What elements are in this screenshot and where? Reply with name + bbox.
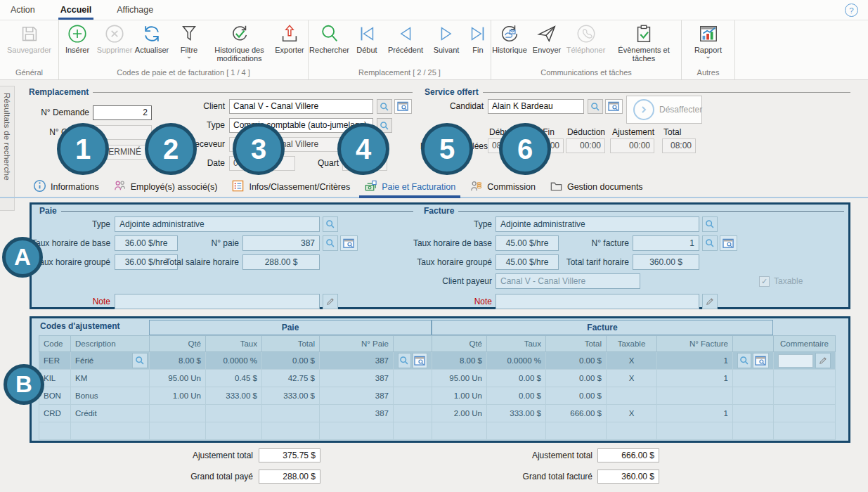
header-facture-qte[interactable]: Qté bbox=[432, 336, 487, 352]
cell-paie-qte: 1.00 Un bbox=[150, 387, 206, 405]
cell-taxable: X bbox=[607, 405, 657, 422]
actualiser-button[interactable]: Actualiser bbox=[134, 22, 170, 55]
menu-action[interactable]: Action bbox=[8, 0, 37, 20]
historique-label: Historique bbox=[492, 46, 527, 54]
suivant-button[interactable]: Suivant bbox=[428, 22, 465, 55]
header-description[interactable]: Description bbox=[71, 336, 150, 352]
header-paie-taux[interactable]: Taux bbox=[206, 336, 262, 352]
header-no-facture[interactable]: N° Facture bbox=[657, 336, 733, 352]
adjustment-row[interactable]: KILKM95.00 Un0.45 $42.75 $38795.00 Un0.0… bbox=[39, 370, 836, 387]
header-paie-qte[interactable]: Qté bbox=[150, 336, 206, 352]
header-commentaire[interactable]: Commentaire bbox=[774, 336, 836, 352]
window-preview-icon[interactable] bbox=[753, 353, 769, 368]
tab-commission[interactable]: Commission bbox=[465, 176, 540, 197]
no-facture-search-button[interactable] bbox=[702, 235, 718, 251]
taxable-checkbox[interactable]: Taxable bbox=[759, 273, 803, 289]
fin-button[interactable]: Fin bbox=[465, 22, 491, 55]
paie-type-search-button[interactable] bbox=[323, 216, 338, 232]
facture-note-field[interactable] bbox=[495, 294, 699, 309]
paie-type-field[interactable]: Adjointe administrative bbox=[115, 216, 320, 232]
tab-employes-associes[interactable]: Employé(s) associé(s) bbox=[108, 176, 223, 197]
ajustement-field[interactable]: 00:00 bbox=[610, 138, 654, 153]
search-icon[interactable] bbox=[737, 353, 751, 368]
no-facture-open-record-button[interactable] bbox=[720, 235, 737, 251]
cell-facture-taux: 0.00 $ bbox=[487, 370, 546, 387]
facture-type-search-button[interactable] bbox=[702, 216, 718, 232]
rechercher-label: Rechercher bbox=[309, 46, 349, 54]
no-paie-field[interactable]: 387 bbox=[242, 235, 320, 251]
adjustment-row[interactable]: CRDCrédit3872.00 Un333.00 $666.00 $X1 bbox=[39, 405, 836, 422]
menu-accueil[interactable]: Accueil bbox=[58, 0, 93, 20]
ribbon-group-autres: Rapport Autres bbox=[682, 20, 735, 79]
cell-facture-qte: 2.00 Un bbox=[432, 405, 487, 422]
no-facture-label: N° facture bbox=[524, 235, 629, 251]
candidat-open-record-button[interactable] bbox=[605, 99, 623, 114]
precedent-button[interactable]: Précédent bbox=[384, 22, 427, 55]
no-paie-search-button[interactable] bbox=[323, 235, 338, 251]
tab-gestion-documents[interactable]: Gestion documents bbox=[545, 176, 648, 197]
total-tarif-field: 360.00 $ bbox=[633, 254, 699, 270]
tab-informations[interactable]: Informations bbox=[28, 176, 104, 197]
help-icon[interactable]: ? bbox=[845, 4, 858, 17]
envoyer-button[interactable]: Envoyer bbox=[529, 22, 565, 55]
cell-paie-actions bbox=[394, 422, 432, 440]
historique-modifications-button[interactable]: Historique des modifications bbox=[208, 22, 271, 63]
menu-affichage[interactable]: Affichage bbox=[115, 0, 155, 20]
no-demande-field[interactable]: 2 bbox=[93, 105, 152, 120]
client-open-record-button[interactable] bbox=[394, 99, 412, 114]
rapport-button[interactable]: Rapport bbox=[690, 22, 727, 60]
callout-5: 5 bbox=[421, 123, 473, 175]
cell-facture-qte: 95.00 Un bbox=[432, 370, 487, 387]
header-code[interactable]: Code bbox=[39, 336, 71, 352]
candidat-field[interactable]: Alain K Bardeau bbox=[488, 99, 584, 114]
paie-note-edit-button[interactable] bbox=[323, 294, 338, 309]
adjustment-row[interactable]: BONBonus1.00 Un333.00 $333.00 $3871.00 U… bbox=[39, 387, 836, 405]
tab-paie-et-facturation[interactable]: Paie et Facturation bbox=[359, 176, 460, 197]
no-facture-field[interactable]: 1 bbox=[633, 235, 699, 251]
inserer-button[interactable]: Insérer bbox=[59, 22, 96, 55]
client-field[interactable]: Canal V - Canal Villere bbox=[229, 99, 373, 114]
telephoner-label: Téléphoner bbox=[566, 46, 606, 54]
header-taxable[interactable]: Taxable bbox=[607, 336, 657, 352]
rechercher-button[interactable]: Rechercher bbox=[309, 22, 350, 55]
tab-infos-classement-criteres[interactable]: Infos/Classement/Critères bbox=[226, 176, 355, 197]
cell-paie-qte bbox=[150, 422, 206, 440]
debut-button[interactable]: Début bbox=[351, 22, 383, 55]
header-facture-taux[interactable]: Taux bbox=[487, 336, 546, 352]
pencil-icon[interactable] bbox=[815, 353, 831, 368]
inserer-label: Insérer bbox=[65, 46, 89, 54]
client-payeur-field[interactable]: Canal V - Canal Villere bbox=[495, 273, 640, 289]
adjustment-row[interactable] bbox=[39, 422, 836, 440]
filtre-button[interactable]: Filtre bbox=[171, 22, 207, 60]
paie-note-field[interactable] bbox=[115, 294, 320, 309]
exporter-button[interactable]: Exporter bbox=[271, 22, 308, 55]
candidat-search-button[interactable] bbox=[588, 99, 603, 114]
desaffecter-button[interactable]: Désaffecter bbox=[626, 96, 702, 124]
total-salaire-field: 288.00 $ bbox=[242, 254, 320, 270]
search-icon[interactable] bbox=[132, 353, 148, 368]
header-paie-total[interactable]: Total bbox=[262, 336, 320, 352]
deduction-field[interactable]: 00:00 bbox=[566, 138, 605, 153]
total-heures-field[interactable]: 08:00 bbox=[662, 138, 696, 153]
client-search-button[interactable] bbox=[377, 99, 392, 114]
historique-button[interactable]: Historique bbox=[491, 22, 528, 55]
header-facture-total[interactable]: Total bbox=[546, 336, 607, 352]
evenements-taches-button[interactable]: Évènements et tâches bbox=[607, 22, 681, 63]
sauvegarder-button[interactable]: Sauvegarder bbox=[5, 22, 53, 55]
no-paie-open-record-button[interactable] bbox=[340, 235, 358, 251]
adjustment-row[interactable]: FERFérié8.00 $0.0000 %0.00 $3878.00 $0.0… bbox=[39, 352, 836, 370]
search-icon[interactable] bbox=[398, 353, 411, 368]
header-no-paie[interactable]: N° Paie bbox=[320, 336, 394, 352]
window-preview-icon[interactable] bbox=[413, 353, 427, 368]
callout-6: 6 bbox=[499, 123, 551, 175]
cell-no-facture bbox=[657, 387, 733, 405]
payroll-money-icon bbox=[364, 179, 377, 195]
historique-modifications-label: Historique des modifications bbox=[210, 46, 268, 63]
facture-type-field[interactable]: Adjointe administrative bbox=[495, 216, 699, 232]
telephoner-button[interactable]: Téléphoner bbox=[566, 22, 606, 55]
commentaire-input[interactable] bbox=[778, 354, 813, 368]
supprimer-button[interactable]: Supprimer bbox=[96, 22, 133, 55]
cell-paie-qte: 8.00 $ bbox=[150, 352, 206, 370]
facture-note-edit-button[interactable] bbox=[702, 294, 718, 309]
x-circle-icon bbox=[104, 23, 125, 44]
